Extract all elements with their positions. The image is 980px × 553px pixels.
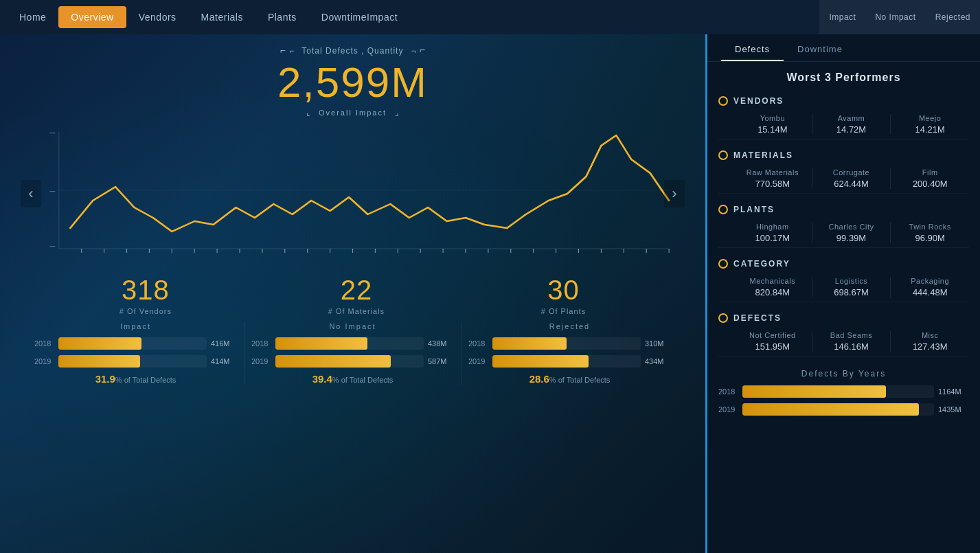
performer-name: Mechanicals — [733, 277, 812, 285]
year-bar-value: 1435M — [938, 405, 969, 414]
bar-track — [58, 337, 207, 350]
bar-row-noimpact-2018: 2018 438M — [251, 337, 454, 350]
performer-value: 820.84M — [733, 287, 812, 297]
tab-downtime[interactable]: Downtime — [784, 34, 856, 61]
bar-year-label: 2019 — [34, 357, 58, 365]
stat-vendors-number: 318 — [119, 275, 172, 306]
stat-vendors: 318 # Of Vendors — [119, 275, 172, 315]
performer-item-corrugate: Corrugate 624.44M — [812, 168, 891, 189]
top-navigation: Home Overview Vendors Materials Plants D… — [0, 0, 980, 34]
defects-by-years: Defects By Years 2018 1164M 2019 1435M — [707, 362, 980, 428]
performer-name: Hingham — [733, 223, 812, 231]
performer-category-defects: Defects — [733, 313, 782, 323]
chart-title: ⌐ Total Defects , Quantity ⌐ — [14, 45, 692, 56]
bar-percent-value: 31.9 — [95, 373, 115, 385]
bar-fill — [58, 337, 141, 350]
corner-bracket-br: ⌟ — [395, 108, 399, 117]
bar-fill — [492, 355, 589, 368]
performer-value: 99.39M — [812, 233, 891, 243]
performer-header-defects: Defects — [718, 313, 969, 323]
performer-value: 100.17M — [733, 233, 812, 243]
performer-value: 127.43M — [891, 341, 969, 352]
performer-name: Misc — [891, 331, 969, 339]
performer-name: Meejo — [891, 114, 969, 122]
bar-value: 416M — [211, 339, 237, 348]
nav-item-downtime[interactable]: DowntimeImpact — [309, 6, 410, 28]
performer-dot-category — [718, 259, 728, 269]
performer-section-materials: Materials Raw Materials 770.58M Corrugat… — [707, 145, 980, 199]
year-bar-2019: 2019 1435M — [718, 403, 969, 416]
chart-prev-button[interactable]: ‹ — [21, 180, 41, 207]
chart-title-text: Total Defects , Quantity — [301, 46, 403, 56]
tab-defects[interactable]: Defects — [721, 34, 784, 61]
bar-percent-label: of Total Defects — [124, 376, 176, 384]
bar-row-rejected-2019: 2019 434M — [468, 355, 671, 368]
performer-name: Avamm — [812, 114, 891, 122]
performer-value: 444.48M — [891, 287, 969, 297]
overall-impact-wrapper: ⌞ Overall Impact ⌟ — [14, 106, 692, 118]
performer-category-vendors: Vendors — [733, 96, 784, 106]
performer-name: Yombu — [733, 114, 812, 122]
performer-item-badseams: Bad Seams 146.16M — [812, 331, 891, 352]
performer-value: 624.44M — [812, 179, 891, 189]
stat-vendors-label: # Of Vendors — [119, 307, 172, 315]
bar-section-percent: 31.9% of Total Defects — [34, 373, 237, 385]
filter-impact-button[interactable]: Impact — [819, 0, 865, 34]
performer-name: Logistics — [812, 277, 891, 285]
bar-percent-value: 39.4 — [312, 373, 332, 385]
performer-item-film: Film 200.40M — [890, 168, 969, 189]
bar-percent-label: of Total Defects — [558, 376, 611, 384]
bar-section-noimpact: No Impact 2018 438M 2019 587M 39.4% — [244, 322, 461, 385]
performer-value: 15.14M — [733, 124, 812, 135]
performer-name: Twin Rocks — [891, 223, 969, 231]
left-panel: ⌐ Total Defects , Quantity ⌐ 2,599M ⌞ Ov… — [0, 34, 705, 553]
bar-percent-label: of Total Defects — [341, 376, 394, 384]
nav-item-materials[interactable]: Materials — [189, 6, 255, 28]
filter-rejected-button[interactable]: Rejected — [926, 0, 980, 34]
bar-row-rejected-2018: 2018 310M — [468, 337, 671, 350]
corner-bracket-bl: ⌞ — [306, 108, 310, 117]
year-bar-fill — [742, 403, 919, 416]
worst-performers-title: Worst 3 Performers — [707, 62, 980, 91]
year-bar-fill — [742, 385, 886, 398]
performer-category-plants: Plants — [733, 205, 775, 214]
performer-item-twinrocks: Twin Rocks 96.90M — [890, 223, 969, 243]
year-bar-value: 1164M — [938, 387, 969, 396]
stat-plants-label: # Of Plants — [541, 307, 586, 315]
bar-fill — [275, 355, 391, 368]
nav-item-vendors[interactable]: Vendors — [126, 6, 189, 28]
performer-header-materials: Materials — [718, 150, 969, 160]
corner-bracket-tl: ⌐ — [289, 46, 295, 56]
bar-percent-value: 28.6 — [529, 373, 549, 385]
bar-fill — [492, 337, 567, 350]
right-panel-tabs: Defects Downtime — [707, 34, 980, 62]
performer-name: Not Certified — [733, 331, 812, 339]
nav-item-overview[interactable]: Overview — [58, 6, 126, 28]
filter-noimpact-button[interactable]: No Impact — [865, 0, 925, 34]
svg-text:─: ─ — [49, 130, 55, 137]
bar-year-label: 2018 — [468, 339, 492, 348]
performer-item-notcertified: Not Certified 151.95M — [733, 331, 812, 352]
chart-next-button[interactable]: › — [664, 180, 685, 207]
bar-section-impact: Impact 2018 416M 2019 414M 31.9% of — [27, 322, 244, 385]
bar-year-label: 2018 — [251, 339, 275, 348]
nav-item-plants[interactable]: Plants — [255, 6, 309, 28]
nav-item-home[interactable]: Home — [7, 6, 58, 28]
corner-bracket-tr: ⌐ — [411, 46, 416, 56]
performer-name: Corrugate — [812, 168, 891, 177]
performer-value: 96.90M — [891, 233, 969, 243]
year-bar-track — [742, 385, 934, 398]
performer-header-plants: Plants — [718, 205, 969, 214]
performer-items-plants: Hingham 100.17M Charles City 99.39M Twin… — [718, 218, 969, 248]
bar-row-impact-2018: 2018 416M — [34, 337, 237, 350]
performer-value: 200.40M — [891, 179, 969, 189]
bar-section-impact-title: Impact — [34, 322, 237, 330]
performer-items-defects: Not Certified 151.95M Bad Seams 146.16M … — [718, 327, 969, 357]
performer-section-plants: Plants Hingham 100.17M Charles City 99.3… — [707, 199, 980, 253]
year-bar-track — [742, 403, 934, 416]
bar-fill — [275, 337, 367, 350]
stat-materials: 22 # Of Materials — [328, 275, 385, 315]
bar-section-percent: 39.4% of Total Defects — [251, 373, 454, 385]
performer-items-materials: Raw Materials 770.58M Corrugate 624.44M … — [718, 164, 969, 194]
performer-item-avamm: Avamm 14.72M — [812, 114, 891, 135]
